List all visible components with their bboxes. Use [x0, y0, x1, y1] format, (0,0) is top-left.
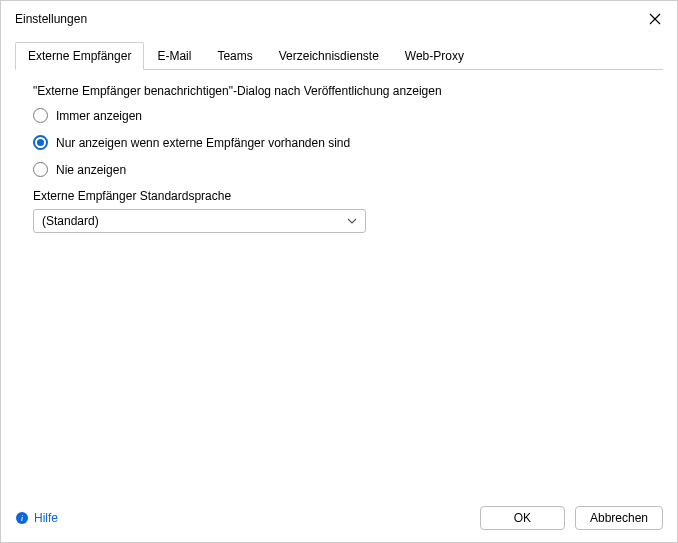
- window-title: Einstellungen: [15, 12, 87, 26]
- tab-label: E-Mail: [157, 49, 191, 63]
- help-label: Hilfe: [34, 511, 58, 525]
- tab-email[interactable]: E-Mail: [144, 42, 204, 70]
- tab-label: Web-Proxy: [405, 49, 464, 63]
- tab-label: Teams: [217, 49, 252, 63]
- settings-dialog: Einstellungen Externe Empfänger E-Mail T…: [0, 0, 678, 543]
- radio-icon: [33, 135, 48, 150]
- close-button[interactable]: [643, 7, 667, 31]
- language-label: Externe Empfänger Standardsprache: [33, 189, 645, 203]
- tab-verzeichnisdienste[interactable]: Verzeichnisdienste: [266, 42, 392, 70]
- dialog-footer: i Hilfe OK Abbrechen: [1, 496, 677, 542]
- tab-teams[interactable]: Teams: [204, 42, 265, 70]
- dialog-buttons: OK Abbrechen: [480, 506, 663, 530]
- radio-nur-anzeigen-extern[interactable]: Nur anzeigen wenn externe Empfänger vorh…: [33, 135, 645, 150]
- radio-nie-anzeigen[interactable]: Nie anzeigen: [33, 162, 645, 177]
- radio-immer-anzeigen[interactable]: Immer anzeigen: [33, 108, 645, 123]
- button-label: OK: [514, 511, 531, 525]
- ok-button[interactable]: OK: [480, 506, 565, 530]
- radio-label: Nie anzeigen: [56, 163, 126, 177]
- button-label: Abbrechen: [590, 511, 648, 525]
- cancel-button[interactable]: Abbrechen: [575, 506, 663, 530]
- titlebar: Einstellungen: [1, 1, 677, 35]
- section-heading: "Externe Empfänger benachrichtigen"-Dial…: [33, 84, 645, 98]
- radio-icon: [33, 108, 48, 123]
- radio-label: Nur anzeigen wenn externe Empfänger vorh…: [56, 136, 350, 150]
- help-link[interactable]: i Hilfe: [15, 511, 58, 525]
- radio-label: Immer anzeigen: [56, 109, 142, 123]
- close-icon: [649, 13, 661, 25]
- chevron-down-icon: [347, 216, 357, 226]
- tab-label: Externe Empfänger: [28, 49, 131, 63]
- tabs: Externe Empfänger E-Mail Teams Verzeichn…: [15, 41, 663, 70]
- language-select[interactable]: (Standard): [33, 209, 366, 233]
- dialog-content: Externe Empfänger E-Mail Teams Verzeichn…: [1, 35, 677, 496]
- radio-icon: [33, 162, 48, 177]
- tab-panel: "Externe Empfänger benachrichtigen"-Dial…: [15, 70, 663, 496]
- tab-web-proxy[interactable]: Web-Proxy: [392, 42, 477, 70]
- tab-label: Verzeichnisdienste: [279, 49, 379, 63]
- help-icon: i: [15, 511, 29, 525]
- tab-externe-empfaenger[interactable]: Externe Empfänger: [15, 42, 144, 70]
- select-value: (Standard): [42, 214, 99, 228]
